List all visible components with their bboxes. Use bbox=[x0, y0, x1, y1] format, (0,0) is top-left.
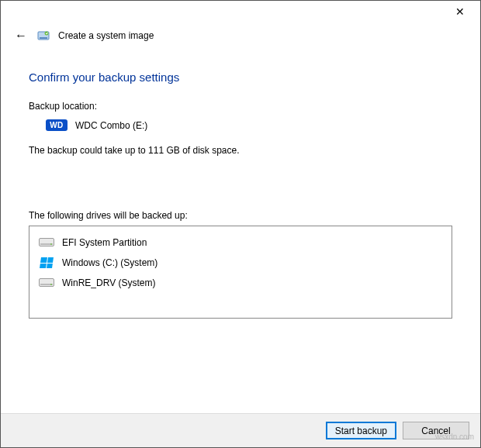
hdd-icon bbox=[39, 277, 54, 288]
backup-location-label: Backup location: bbox=[29, 101, 452, 112]
list-item: Windows (C:) (System) bbox=[37, 253, 444, 273]
svg-point-5 bbox=[50, 243, 52, 245]
drive-label: EFI System Partition bbox=[62, 237, 147, 248]
drive-label: Windows (C:) (System) bbox=[62, 257, 157, 268]
drives-list-label: The following drives will be backed up: bbox=[29, 210, 452, 221]
svg-point-8 bbox=[50, 284, 52, 285]
back-button[interactable]: ← bbox=[13, 29, 29, 43]
list-item: WinRE_DRV (System) bbox=[37, 273, 444, 293]
drive-badge-icon: WD bbox=[46, 119, 67, 131]
drive-label: WinRE_DRV (System) bbox=[62, 277, 155, 288]
titlebar: ✕ bbox=[1, 1, 480, 26]
windows-flag-icon bbox=[39, 257, 54, 268]
svg-point-2 bbox=[45, 32, 49, 36]
disk-space-note: The backup could take up to 111 GB of di… bbox=[29, 145, 452, 156]
footer-bar: Start backup Cancel bbox=[1, 413, 480, 447]
backup-location-row: WD WDC Combo (E:) bbox=[29, 119, 452, 131]
wizard-title: Create a system image bbox=[58, 30, 154, 41]
wizard-icon bbox=[36, 29, 50, 43]
list-item: EFI System Partition bbox=[37, 233, 444, 253]
content-area: Confirm your backup settings Backup loca… bbox=[1, 43, 480, 319]
cancel-button[interactable]: Cancel bbox=[403, 422, 469, 439]
close-button[interactable]: ✕ bbox=[445, 4, 476, 22]
svg-rect-1 bbox=[40, 37, 47, 39]
wizard-header: ← Create a system image bbox=[1, 26, 480, 43]
backup-location-name: WDC Combo (E:) bbox=[75, 120, 147, 131]
start-backup-button[interactable]: Start backup bbox=[326, 422, 396, 439]
page-heading: Confirm your backup settings bbox=[29, 71, 452, 84]
drives-list: EFI System Partition Windows (C:) (Syste… bbox=[29, 226, 452, 319]
hdd-icon bbox=[39, 237, 54, 248]
